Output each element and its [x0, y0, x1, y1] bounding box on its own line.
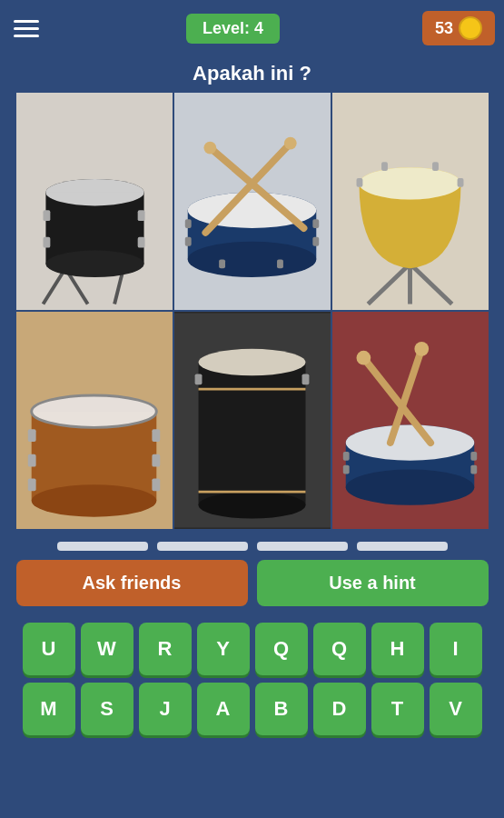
svg-rect-24 — [184, 237, 191, 246]
menu-line-2 — [14, 27, 39, 30]
svg-point-67 — [414, 342, 429, 356]
svg-point-62 — [345, 470, 474, 505]
use-hint-button[interactable]: Use a hint — [257, 560, 489, 606]
svg-rect-48 — [152, 478, 160, 491]
header: Level: 4 53 — [0, 0, 504, 56]
keyboard: U W R Y Q Q H I M S J A B D T V — [0, 615, 504, 743]
question-text: Apakah ini ? — [0, 56, 504, 93]
key-V[interactable]: V — [430, 683, 482, 735]
svg-rect-10 — [137, 210, 144, 221]
svg-rect-22 — [184, 219, 191, 228]
coin-icon — [459, 16, 482, 40]
answer-box-4 — [357, 542, 448, 551]
key-A[interactable]: A — [197, 683, 250, 735]
svg-rect-36 — [381, 162, 388, 171]
svg-rect-35 — [457, 178, 463, 187]
svg-point-63 — [345, 424, 474, 460]
key-Y[interactable]: Y — [197, 623, 250, 675]
menu-line-1 — [14, 20, 39, 23]
key-Q1[interactable]: Q — [255, 623, 308, 675]
svg-rect-34 — [356, 178, 362, 187]
drum-image-3 — [332, 93, 489, 310]
svg-rect-70 — [342, 465, 349, 474]
svg-rect-25 — [312, 237, 319, 246]
level-text: Level: 4 — [203, 19, 263, 37]
svg-point-20 — [203, 142, 216, 155]
key-S[interactable]: S — [81, 683, 133, 735]
svg-rect-68 — [342, 452, 349, 461]
key-J[interactable]: J — [139, 683, 192, 735]
key-D[interactable]: D — [313, 683, 366, 735]
svg-rect-46 — [152, 454, 160, 467]
answer-box-3 — [257, 542, 348, 551]
svg-rect-47 — [27, 478, 35, 491]
svg-point-54 — [198, 349, 305, 375]
menu-line-3 — [14, 35, 39, 37]
svg-rect-23 — [312, 219, 319, 228]
svg-rect-27 — [277, 259, 283, 268]
svg-rect-44 — [152, 429, 160, 442]
coins-count: 53 — [435, 19, 453, 38]
key-M[interactable]: M — [23, 683, 75, 735]
drum-image-1 — [16, 93, 173, 310]
answer-box-2 — [157, 542, 248, 551]
drum-image-2 — [174, 93, 331, 310]
key-Q2[interactable]: Q — [313, 623, 366, 675]
svg-point-21 — [283, 137, 296, 150]
menu-button[interactable] — [9, 15, 44, 42]
key-I[interactable]: I — [430, 623, 482, 675]
svg-rect-9 — [43, 210, 50, 221]
svg-point-8 — [45, 179, 143, 205]
answer-box-1 — [57, 542, 148, 551]
answer-boxes — [0, 542, 504, 551]
svg-rect-71 — [470, 465, 477, 474]
key-U[interactable]: U — [23, 623, 75, 675]
svg-rect-43 — [27, 429, 35, 442]
key-W[interactable]: W — [81, 623, 133, 675]
keyboard-row-1: U W R Y Q Q H I — [9, 623, 495, 675]
key-B[interactable]: B — [255, 683, 308, 735]
svg-rect-52 — [198, 363, 305, 505]
svg-rect-57 — [194, 374, 202, 384]
svg-rect-45 — [27, 454, 35, 467]
svg-rect-26 — [219, 259, 225, 268]
svg-rect-12 — [137, 237, 144, 248]
coins-badge: 53 — [422, 11, 495, 45]
key-T[interactable]: T — [371, 683, 424, 735]
drum-image-4 — [16, 312, 173, 529]
drum-image-5 — [174, 312, 331, 529]
svg-point-7 — [45, 251, 143, 277]
action-buttons: Ask friends Use a hint — [16, 560, 489, 606]
keyboard-row-2: M S J A B D T V — [9, 683, 495, 735]
svg-rect-69 — [470, 452, 477, 461]
svg-rect-11 — [43, 237, 50, 248]
key-H[interactable]: H — [371, 623, 424, 675]
ask-friends-button[interactable]: Ask friends — [16, 560, 248, 606]
svg-point-53 — [198, 492, 305, 518]
key-R[interactable]: R — [139, 623, 192, 675]
level-badge: Level: 4 — [186, 14, 280, 44]
drum-image-6 — [332, 312, 489, 529]
svg-point-16 — [187, 242, 316, 277]
svg-point-41 — [31, 484, 156, 516]
image-grid — [16, 93, 489, 529]
svg-rect-58 — [301, 374, 309, 384]
svg-point-66 — [356, 351, 371, 365]
svg-point-33 — [359, 167, 460, 199]
svg-rect-37 — [432, 162, 439, 171]
